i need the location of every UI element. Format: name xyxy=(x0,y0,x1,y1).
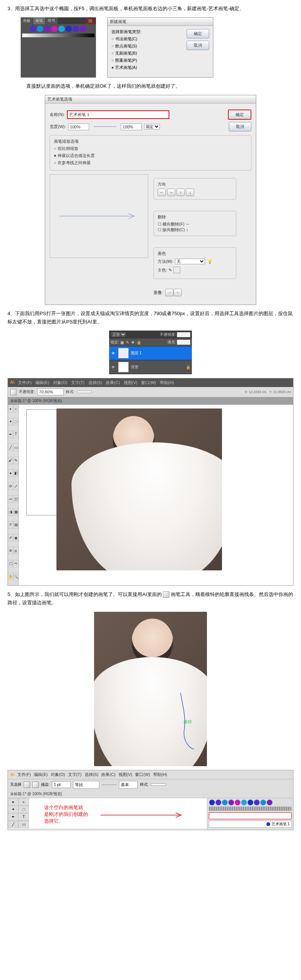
rotate-tool-icon[interactable]: ⟳ xyxy=(8,482,13,490)
flip-horizontal-checkbox[interactable]: 横向翻转(F) xyxy=(158,222,184,226)
brush-swatch[interactable] xyxy=(228,800,234,805)
style-dropdown[interactable] xyxy=(151,783,166,786)
menu-file[interactable]: 文件(F) xyxy=(18,380,32,385)
stroke-swatch[interactable] xyxy=(32,781,39,788)
blend-tool-icon[interactable]: ◉ xyxy=(13,534,19,541)
tab-symbols[interactable]: 符号 xyxy=(46,18,57,24)
brush-swatch[interactable] xyxy=(51,25,57,32)
graph-tool-icon[interactable]: ⫼ xyxy=(13,547,19,554)
ai-canvas[interactable] xyxy=(19,405,293,585)
overlap-option-1[interactable]: ⟋ xyxy=(165,289,173,296)
brush-swatch[interactable] xyxy=(30,25,36,32)
brush-basic-dropdown[interactable]: 基本 xyxy=(119,781,138,789)
tab-swatches[interactable]: 色板 xyxy=(21,18,33,24)
radio-scale-proportional[interactable]: 按比例缩放 xyxy=(54,146,247,151)
menu-type[interactable]: 文字(T) xyxy=(68,772,82,778)
brush-swatch[interactable] xyxy=(254,800,260,805)
brush-swatch[interactable] xyxy=(267,800,272,805)
menu-type[interactable]: 文字(T) xyxy=(71,380,85,385)
fill-stroke-icon[interactable] xyxy=(10,389,17,395)
lasso-tool-icon[interactable]: ◌ xyxy=(19,806,29,813)
brush-swatch[interactable] xyxy=(58,25,65,32)
zoom-tool-icon[interactable]: 🔍 xyxy=(13,573,19,580)
brush-def-dropdown[interactable]: 等比 xyxy=(73,781,99,789)
menu-edit[interactable]: 编辑(E) xyxy=(34,772,48,778)
lasso-tool-icon[interactable]: ◌ xyxy=(13,418,19,425)
cancel-button[interactable]: 取消 xyxy=(229,122,251,131)
pen-tool-icon[interactable]: ✒ xyxy=(8,431,13,438)
menu-select[interactable]: 选择(S) xyxy=(89,380,102,385)
eyedropper-tool-icon[interactable]: ✐ xyxy=(8,534,13,541)
width-input[interactable]: 100% xyxy=(68,124,89,130)
lock-position-icon[interactable]: ✥ xyxy=(131,340,134,345)
radio-art[interactable]: 艺术画笔(A) xyxy=(111,65,141,70)
radio-pattern[interactable]: 图案画笔(P) xyxy=(111,57,141,63)
menu-help[interactable]: 帮助(H) xyxy=(153,772,167,778)
menu-edit[interactable]: 编辑(E) xyxy=(35,380,49,385)
menu-effect[interactable]: 效果(C) xyxy=(101,772,115,778)
selection-tool-icon[interactable]: ▸ xyxy=(8,405,13,412)
rect-tool-icon[interactable]: ▭ xyxy=(13,444,19,451)
pen-tool-icon[interactable]: ✒ xyxy=(8,813,19,821)
menu-file[interactable]: 文件(F) xyxy=(17,772,31,778)
brush-swatch[interactable] xyxy=(235,800,241,805)
method-select[interactable]: 无 xyxy=(175,259,205,264)
dir-down-button[interactable]: ↓ xyxy=(186,189,194,196)
new-art-brush-slot[interactable] xyxy=(209,813,291,819)
shape-builder-tool-icon[interactable]: ◑ xyxy=(8,508,13,516)
direct-select-tool-icon[interactable]: ▹ xyxy=(13,405,19,412)
width-tool-icon[interactable]: ⇔ xyxy=(8,495,13,503)
scale-tool-icon[interactable]: ⤢ xyxy=(13,482,19,490)
brush-swatch[interactable] xyxy=(22,25,29,32)
line-tool-icon[interactable]: ╱ xyxy=(8,821,19,828)
perspective-tool-icon[interactable]: ▦ xyxy=(13,508,19,516)
brush-swatch[interactable] xyxy=(260,800,266,805)
hand-tool-icon[interactable]: ✋ xyxy=(8,573,13,580)
lock-all-icon[interactable]: 🔒 xyxy=(136,340,141,345)
visibility-icon[interactable]: 👁 xyxy=(111,365,116,369)
menu-window[interactable]: 窗口(W) xyxy=(141,380,156,385)
menu-view[interactable]: 视图(V) xyxy=(124,380,138,385)
lock-paint-icon[interactable]: ✎ xyxy=(126,340,129,345)
type-tool-icon[interactable]: T xyxy=(13,431,19,438)
radio-stretch-guides[interactable]: 在参考线之间伸展 xyxy=(54,160,247,165)
key-color-swatch[interactable] xyxy=(173,267,180,273)
document-tab-2[interactable]: 未标题-1* @ 100% (RGB/预览) xyxy=(8,790,293,798)
style-swatch[interactable] xyxy=(77,391,92,393)
brush-swatch[interactable] xyxy=(37,25,43,32)
lock-transparency-icon[interactable]: ▦ xyxy=(120,340,124,345)
cancel-button[interactable]: 取消 xyxy=(187,41,209,50)
menu-effect[interactable]: 效果(C) xyxy=(106,380,120,385)
menu-help[interactable]: 帮助(H) xyxy=(160,380,174,385)
placed-image[interactable] xyxy=(56,409,222,570)
stroke-weight-input[interactable]: 1 pt xyxy=(52,781,71,788)
flip-vertical-checkbox[interactable]: 纵向翻转(C) xyxy=(158,228,185,232)
brush-tool-icon[interactable]: 🖌 xyxy=(8,457,13,464)
document-tab[interactable]: 未标题-1* @ 100% (RGB/预览) xyxy=(8,397,293,405)
menu-object[interactable]: 对象(O) xyxy=(51,772,65,778)
line-tool-icon[interactable]: ╱ xyxy=(8,444,13,451)
blend-mode-select[interactable]: 正常 xyxy=(111,332,127,337)
opacity-field[interactable]: 70.80% xyxy=(37,388,63,395)
magic-wand-tool-icon[interactable]: ✦ xyxy=(8,806,19,813)
artboard-tool-icon[interactable]: ▢ xyxy=(8,560,13,567)
brush-swatch[interactable] xyxy=(65,25,72,32)
brush-name-input[interactable]: 艺术画笔 1 xyxy=(67,110,170,119)
radio-stretch-fit[interactable]: 伸展以适合描边长度 xyxy=(54,153,247,159)
brush-swatch[interactable] xyxy=(209,800,215,805)
blob-brush-tool-icon[interactable]: ● xyxy=(8,469,13,477)
brush-swatch[interactable] xyxy=(73,25,79,32)
selection-tool-icon[interactable]: ▸ xyxy=(8,798,19,806)
free-transform-tool-icon[interactable]: ◫ xyxy=(13,495,19,503)
ok-button[interactable]: 确定 xyxy=(228,110,251,120)
overlap-option-2[interactable]: ⟍ xyxy=(173,289,182,296)
brush-swatch[interactable] xyxy=(247,800,253,805)
fill-input[interactable]: 100% xyxy=(177,340,190,345)
type-tool-icon[interactable]: T xyxy=(19,813,29,821)
magic-wand-tool-icon[interactable]: ✦ xyxy=(8,418,13,425)
brush-swatch[interactable] xyxy=(80,25,86,32)
radio-bristle[interactable]: 无刷画笔(B) xyxy=(111,51,141,56)
eraser-tool-icon[interactable]: ◧ xyxy=(13,469,19,477)
menu-window[interactable]: 窗口(W) xyxy=(135,772,150,778)
radio-calligraphic[interactable]: 书法画笔(C) xyxy=(111,36,141,42)
